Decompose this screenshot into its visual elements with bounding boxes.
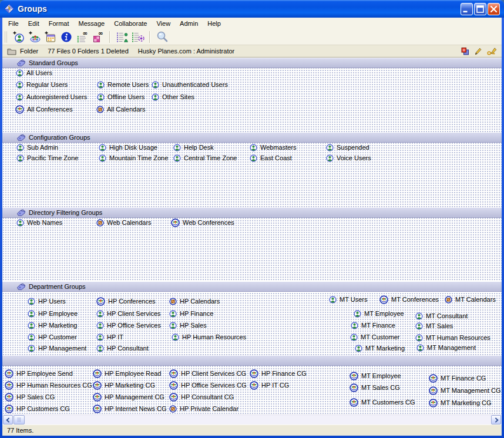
group-item-mt-marketing-cg[interactable]: MT Marketing CG: [429, 398, 492, 407]
group-item-hp-customer[interactable]: HP Customer: [28, 332, 77, 342]
group-item-all-conferences[interactable]: All Conferences: [15, 105, 73, 114]
group-item-webmasters[interactable]: Webmasters: [250, 143, 297, 152]
group-item-mt-employee[interactable]: MT Employee: [354, 309, 404, 318]
group-item-hp-office-services[interactable]: HP Office Services: [96, 321, 161, 330]
group-item-hp-calendars[interactable]: HP Calendars: [169, 297, 220, 306]
filter-list-button[interactable]: [130, 30, 145, 45]
group-item-mt-sales[interactable]: MT Sales: [415, 321, 453, 331]
group-item-hp-it-cg[interactable]: HP IT CG: [250, 380, 289, 390]
group-item-mt-finance-cg[interactable]: MT Finance CG: [429, 373, 486, 383]
group-item-mt-calendars[interactable]: MT Calendars: [445, 295, 496, 304]
group-item-mt-management[interactable]: MT Management: [416, 343, 476, 352]
group-item-help-desk[interactable]: Help Desk: [173, 143, 214, 152]
section-header-directory-filtering-groups[interactable]: Directory Filtering Groups: [2, 207, 502, 218]
group-item-web-names[interactable]: Web Names: [16, 218, 62, 227]
list-permissions-button[interactable]: ∞: [75, 30, 89, 45]
group-item-hp-management[interactable]: HP Management: [28, 343, 86, 353]
group-item-hp-marketing[interactable]: HP Marketing: [28, 321, 77, 330]
group-item-other-sites[interactable]: Other Sites: [152, 92, 194, 102]
group-item-hp-conferences[interactable]: HP Conferences: [96, 297, 156, 306]
grid-permissions-button[interactable]: ∞: [90, 30, 105, 45]
group-item-central-time-zone[interactable]: Central Time Zone: [173, 153, 237, 163]
section-header-standard-groups[interactable]: Standard Groups: [2, 58, 502, 68]
group-item-mt-marketing[interactable]: MT Marketing: [355, 343, 405, 353]
search-button[interactable]: [154, 30, 169, 45]
group-item-mountain-time-zone[interactable]: Mountain Time Zone: [99, 153, 168, 163]
group-item-hp-office-services-cg[interactable]: HP Office Services CG: [169, 380, 246, 390]
group-item-mt-human-resources[interactable]: MT Human Resources: [415, 333, 490, 342]
menu-file[interactable]: File: [4, 18, 23, 29]
group-item-hp-employee-read[interactable]: HP Employee Read: [93, 369, 161, 378]
scroll-right-button[interactable]: [491, 415, 501, 424]
close-button[interactable]: [488, 3, 500, 15]
group-item-hp-employee[interactable]: HP Employee: [28, 309, 78, 318]
section-header-blank[interactable]: [2, 355, 502, 366]
group-item-hp-finance[interactable]: HP Finance: [169, 309, 213, 318]
scrollbar-thumb[interactable]: [14, 415, 25, 424]
new-calendar-group-button[interactable]: [43, 30, 58, 45]
minimize-button[interactable]: [461, 3, 473, 15]
group-item-hp-private-calendar[interactable]: HP Private Calendar: [169, 404, 238, 413]
group-item-hp-human-resources-cg[interactable]: HP Human Resources CG: [5, 380, 92, 390]
group-item-regular-users[interactable]: Regular Users: [16, 80, 68, 89]
group-item-east-coast[interactable]: East Coast: [250, 153, 292, 163]
group-item-hp-finance-cg[interactable]: HP Finance CG: [250, 369, 307, 378]
group-item-mt-customers-cg[interactable]: MT Customers CG: [350, 397, 415, 407]
group-item-offline-users[interactable]: Offline Users: [97, 92, 145, 102]
group-item-mt-customer[interactable]: MT Customer: [350, 332, 399, 342]
group-item-hp-marketing-cg[interactable]: HP Marketing CG: [93, 380, 155, 390]
horizontal-scrollbar[interactable]: [2, 415, 502, 424]
menu-edit[interactable]: Edit: [23, 18, 44, 29]
group-item-voice-users[interactable]: Voice Users: [326, 153, 371, 163]
group-item-mt-conferences[interactable]: MT Conferences: [379, 295, 439, 304]
group-item-hp-human-resources[interactable]: HP Human Resources: [172, 332, 246, 342]
group-item-hp-client-services[interactable]: HP Client Services: [96, 309, 161, 318]
group-item-all-calendars[interactable]: All Calendars: [96, 105, 145, 114]
menu-admin[interactable]: Admin: [175, 18, 203, 29]
group-item-hp-users[interactable]: HP Users: [28, 297, 66, 306]
menu-collaborate[interactable]: Collaborate: [109, 18, 152, 29]
group-item-mt-employee[interactable]: MT Employee: [350, 371, 401, 380]
menu-format[interactable]: Format: [44, 18, 74, 29]
maximize-button[interactable]: [474, 3, 486, 15]
group-item-mt-finance[interactable]: MT Finance: [351, 321, 395, 330]
new-user-group-button[interactable]: [11, 30, 26, 45]
toolbar-grip[interactable]: [4, 31, 7, 43]
info-button[interactable]: [59, 30, 73, 45]
new-conference-group-button[interactable]: [27, 30, 42, 45]
group-item-mt-users[interactable]: MT Users: [329, 295, 367, 304]
group-item-high-disk-usage[interactable]: High Disk Usage: [99, 143, 157, 152]
scroll-left-button[interactable]: [3, 415, 13, 424]
section-header-department-groups[interactable]: Department Groups: [2, 281, 502, 292]
group-item-autoregistered-users[interactable]: Autoregistered Users: [16, 92, 87, 102]
menu-help[interactable]: Help: [203, 18, 226, 29]
key-pencil-icon[interactable]: [487, 48, 497, 55]
group-item-hp-client-services-cg[interactable]: HP Client Services CG: [169, 369, 246, 378]
group-item-hp-customers-cg[interactable]: HP Customers CG: [5, 404, 70, 413]
group-item-hp-consultant[interactable]: HP Consultant: [96, 343, 149, 353]
group-item-suspended[interactable]: Suspended: [326, 143, 369, 152]
group-item-hp-management-cg[interactable]: HP Management CG: [93, 392, 164, 402]
group-item-hp-sales-cg[interactable]: HP Sales CG: [5, 392, 55, 402]
group-item-hp-consultant-cg[interactable]: HP Consultant CG: [169, 392, 234, 402]
group-item-pacific-time-zone[interactable]: Pacific Time Zone: [16, 153, 78, 163]
group-item-mt-consultant[interactable]: MT Consultant: [415, 311, 468, 321]
layers-icon[interactable]: [461, 48, 469, 55]
group-item-remote-users[interactable]: Remote Users: [97, 80, 149, 89]
group-item-web-conferences[interactable]: Web Conferences: [171, 218, 234, 227]
group-item-unauthenticated-users[interactable]: Unauthenticated Users: [152, 80, 228, 89]
group-item-hp-it[interactable]: HP IT: [96, 332, 123, 342]
group-item-hp-internet-news-cg[interactable]: HP Internet News CG: [93, 404, 167, 413]
group-item-mt-management-cg[interactable]: MT Management CG: [429, 386, 501, 395]
section-header-configuration-groups[interactable]: Configuration Groups: [2, 132, 502, 143]
menu-view[interactable]: View: [152, 18, 175, 29]
group-item-mt-sales-cg[interactable]: MT Sales CG: [350, 383, 400, 392]
group-item-sub-admin[interactable]: Sub Admin: [16, 143, 58, 152]
pencil-icon[interactable]: [475, 48, 482, 55]
menu-message[interactable]: Message: [74, 18, 110, 29]
group-item-web-calendars[interactable]: Web Calendars: [96, 218, 152, 227]
group-item-hp-employee-send[interactable]: HP Employee Send: [5, 369, 73, 378]
directory-list-button[interactable]: [115, 30, 129, 45]
group-item-all-users[interactable]: All Users: [16, 68, 52, 78]
group-item-hp-sales[interactable]: HP Sales: [169, 321, 207, 330]
